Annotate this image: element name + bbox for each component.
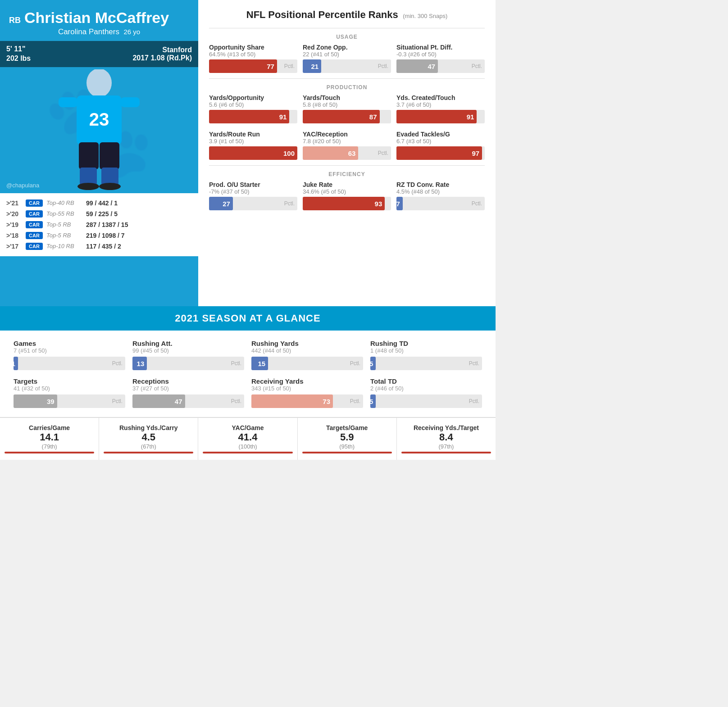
pctl-label: Pctl.: [472, 63, 482, 69]
s-metric-name: Total TD: [370, 377, 482, 385]
metric-value: 5.8 (#8 of 50): [303, 101, 391, 108]
career-year: >'19: [6, 221, 22, 228]
svg-point-9: [77, 183, 99, 190]
player-draft-info: Stanford 2017 1.08 (Rd.Pk): [132, 46, 192, 62]
production-metrics-grid: Yards/Opportunity 5.6 (#6 of 50) 91 Yard…: [209, 94, 485, 160]
season-row2: Targets 41 (#32 of 50) 39 Pctl. Receptio…: [14, 377, 482, 408]
bar-value: 87: [369, 113, 377, 121]
metric-value: 3.9 (#1 of 50): [209, 138, 297, 145]
s-metric-name: Targets: [14, 377, 125, 385]
production-label: PRODUCTION: [209, 84, 485, 91]
usage-metrics-grid: Opportunity Share 64.5% (#13 of 50) 77 P…: [209, 44, 485, 73]
metric-bar: 63 Pctl.: [303, 146, 391, 160]
s-bar-fill: 5: [370, 394, 376, 408]
career-rank: Top-55 RB: [46, 210, 82, 217]
metric-name: Red Zone Opp.: [303, 44, 391, 51]
metric-value: -0.3 (#26 of 50): [396, 51, 485, 58]
s-pctl-label: Pctl.: [231, 360, 241, 367]
player-team-age: Carolina Panthers 26 yo: [9, 27, 189, 36]
season-metric: Games 7 (#51 of 50) 1 Pctl.: [14, 340, 125, 370]
bar-value: 47: [428, 63, 435, 70]
player-stats-bar: 5' 11" 202 lbs Stanford 2017 1.08 (Rd.Pk…: [0, 41, 198, 67]
b-stat-bar: [203, 452, 292, 453]
b-stat-bar: [401, 452, 491, 453]
career-rank: Top-5 RB: [46, 232, 82, 239]
bar-value: 7: [396, 200, 400, 208]
s-metric-value: 99 (#45 of 50): [132, 347, 244, 354]
player-college: Stanford: [132, 46, 192, 54]
s-bar-value: 47: [175, 398, 182, 405]
metric-bar: 7 Pctl.: [396, 197, 485, 210]
metric-name: Yards/Touch: [303, 94, 391, 101]
bar-fill: 63: [303, 146, 358, 160]
b-stat-bar: [302, 452, 392, 453]
metric-item: RZ TD Conv. Rate 4.5% (#48 of 50) 7 Pctl…: [396, 181, 485, 210]
career-team: CAR: [26, 210, 43, 218]
s-bar-value: 13: [137, 360, 145, 367]
bottom-stat: Targets/Game 5.9 (95th): [298, 418, 397, 460]
metric-bar: 97: [396, 146, 485, 160]
s-bar-fill: 39: [14, 394, 57, 408]
player-physical: 5' 11" 202 lbs: [6, 45, 31, 63]
bar-value: 93: [375, 200, 382, 208]
metric-bar: 91: [209, 110, 297, 123]
metric-name: Yards/Route Run: [209, 131, 297, 138]
career-year: >'21: [6, 199, 22, 207]
bottom-stat: Carries/Game 14.1 (79th): [0, 418, 99, 460]
career-row: >'17 CAR Top-10 RB 117 / 435 / 2: [6, 241, 192, 252]
bar-value: 91: [279, 113, 287, 121]
svg-point-0: [86, 69, 112, 97]
pctl-label: Pctl.: [284, 63, 295, 69]
s-metric-bar: 47 Pctl.: [132, 394, 244, 408]
s-bar-value: 5: [369, 360, 373, 367]
bar-fill: 91: [396, 110, 477, 123]
season-row1: Games 7 (#51 of 50) 1 Pctl. Rushing Att.…: [14, 340, 482, 370]
title-row: NFL Positional Percentile Ranks (min. 30…: [209, 9, 485, 21]
player-photo-area: 🐾 23: [0, 67, 198, 193]
metric-item: Yards/Touch 5.8 (#8 of 50) 87: [303, 94, 391, 123]
metric-value: 22 (#41 of 50): [303, 51, 391, 58]
career-team: CAR: [26, 232, 43, 239]
b-stat-name: Rushing Yds./Carry: [104, 424, 193, 431]
svg-rect-3: [59, 97, 77, 107]
s-metric-bar: 5 Pctl.: [370, 394, 482, 408]
metric-item: Yards/Opportunity 5.6 (#6 of 50) 91: [209, 94, 297, 123]
efficiency-divider: [209, 165, 485, 166]
career-row: >'18 CAR Top-5 RB 219 / 1098 / 7: [6, 230, 192, 241]
career-stats-num: 117 / 435 / 2: [86, 243, 121, 250]
s-pctl-label: Pctl.: [112, 398, 123, 404]
bar-fill: 91: [209, 110, 289, 123]
s-bar-value: 5: [369, 398, 373, 405]
metric-bar: 77 Pctl.: [209, 59, 297, 73]
pctl-label: Pctl.: [284, 200, 295, 207]
career-row: >'19 CAR Top-5 RB 287 / 1387 / 15: [6, 219, 192, 230]
bar-fill: 21: [303, 59, 321, 73]
career-stats-num: 99 / 442 / 1: [86, 199, 118, 207]
main-container: RB Christian McCaffrey Carolina Panthers…: [0, 0, 496, 460]
career-team: CAR: [26, 221, 43, 228]
s-bar-value: 39: [47, 398, 55, 405]
top-section: RB Christian McCaffrey Carolina Panthers…: [0, 0, 496, 306]
b-stat-name: YAC/Game: [203, 424, 292, 431]
metric-name: YAC/Reception: [303, 131, 391, 138]
bar-value: 21: [311, 63, 318, 70]
player-name: Christian McCaffrey: [24, 9, 169, 27]
career-team: CAR: [26, 243, 43, 250]
bar-fill: 7: [396, 197, 403, 210]
metric-name: Yards/Opportunity: [209, 94, 297, 101]
metric-value: 4.5% (#48 of 50): [396, 188, 485, 195]
s-bar-fill: 13: [132, 357, 147, 370]
season-section: 2021 SEASON AT A GLANCE: [0, 306, 496, 331]
s-bar-value: 73: [323, 398, 330, 405]
metric-bar: 91: [396, 110, 485, 123]
s-metric-name: Rushing TD: [370, 340, 482, 347]
s-metric-bar: 39 Pctl.: [14, 394, 125, 408]
bottom-stat: Receiving Yds./Target 8.4 (97th): [397, 418, 496, 460]
b-stat-pctl: (79th): [5, 443, 94, 450]
s-pctl-label: Pctl.: [469, 398, 479, 404]
pctl-label: Pctl.: [378, 63, 388, 69]
season-metric: Receptions 37 (#27 of 50) 47 Pctl.: [132, 377, 244, 408]
season-metric: Rushing TD 1 (#48 of 50) 5 Pctl.: [370, 340, 482, 370]
player-age: 26 yo: [123, 28, 140, 36]
bar-value: 63: [348, 150, 356, 157]
